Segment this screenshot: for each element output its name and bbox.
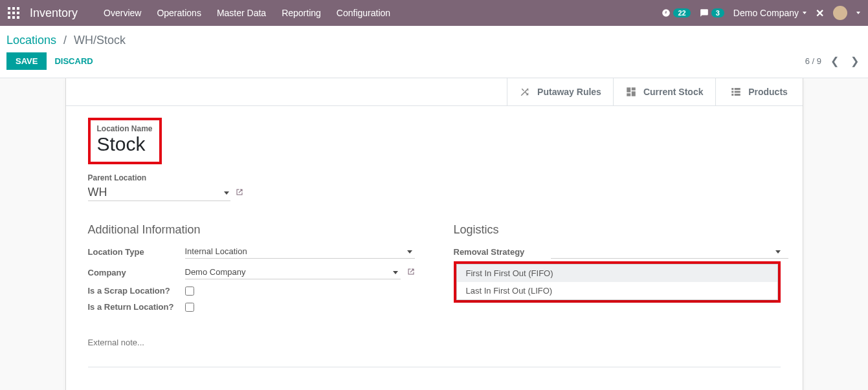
breadcrumb-current: WH/Stock — [74, 34, 126, 47]
svg-rect-2 — [17, 7, 19, 10]
removal-label: Removal Strategy — [454, 247, 551, 257]
navbar-right: 22 3 Demo Company ✕ — [662, 6, 860, 20]
stat-putaway-label: Putaway Rules — [537, 87, 601, 97]
return-label: Is a Return Location? — [88, 302, 185, 312]
discard-button[interactable]: DISCARD — [54, 56, 93, 66]
app-brand[interactable]: Inventory — [30, 6, 78, 20]
breadcrumb-row: Locations / WH/Stock — [0, 26, 868, 47]
removal-dropdown-highlight: First In First Out (FIFO) Last In First … — [454, 261, 781, 303]
caret-down-icon[interactable] — [224, 191, 229, 195]
external-note-row — [88, 338, 781, 367]
parent-location-row: Parent Location — [88, 173, 781, 201]
dropdown-item-fifo[interactable]: First In First Out (FIFO) — [457, 265, 777, 282]
row-scrap: Is a Scrap Location? — [88, 286, 415, 296]
svg-rect-10 — [735, 88, 740, 90]
svg-rect-7 — [12, 16, 15, 19]
close-icon[interactable]: ✕ — [816, 7, 824, 19]
messages-count: 3 — [711, 8, 724, 17]
user-avatar[interactable] — [833, 6, 847, 20]
caret-down-icon[interactable] — [775, 250, 781, 254]
menu-reporting[interactable]: Reporting — [282, 8, 321, 18]
return-checkbox[interactable] — [185, 303, 194, 312]
location-name-value[interactable]: Stock — [97, 133, 153, 155]
external-note-input[interactable] — [88, 338, 781, 347]
svg-rect-8 — [17, 16, 19, 19]
svg-rect-3 — [8, 12, 10, 14]
removal-strategy-input[interactable] — [551, 244, 788, 259]
menu-configuration[interactable]: Configuration — [337, 8, 390, 18]
row-removal-strategy: Removal Strategy — [454, 244, 781, 259]
company-switcher[interactable]: Demo Company — [733, 8, 807, 18]
svg-rect-13 — [731, 94, 733, 96]
caret-down-icon — [803, 12, 807, 14]
menu-master-data[interactable]: Master Data — [217, 8, 266, 18]
stat-current-stock[interactable]: Current Stock — [613, 78, 715, 105]
col-additional: Additional Information Location Type Com… — [88, 223, 415, 318]
row-return: Is a Return Location? — [88, 302, 415, 312]
caret-down-icon[interactable] — [393, 271, 398, 274]
location-name-label: Location Name — [97, 124, 153, 133]
form-body: Location Name Stock Parent Location Addi — [66, 106, 803, 379]
stat-stock-label: Current Stock — [643, 87, 704, 97]
row-company: Company — [88, 265, 415, 279]
activities-count: 22 — [673, 8, 690, 17]
stat-putaway-rules[interactable]: Putaway Rules — [507, 78, 613, 105]
section-logistics-title: Logistics — [454, 223, 781, 237]
scrap-label: Is a Scrap Location? — [88, 286, 185, 296]
location-type-select[interactable] — [185, 244, 415, 259]
menu-overview[interactable]: Overview — [104, 8, 141, 18]
pager: 6 / 9 ❮ ❯ — [805, 55, 862, 67]
svg-rect-9 — [731, 88, 733, 90]
svg-rect-14 — [735, 94, 740, 96]
stat-products[interactable]: Products — [715, 78, 803, 105]
apps-icon[interactable] — [8, 7, 19, 19]
shuffle-icon — [519, 86, 531, 98]
main-navbar: Inventory Overview Operations Master Dat… — [0, 0, 868, 26]
scrap-checkbox[interactable] — [185, 287, 194, 296]
main-menu: Overview Operations Master Data Reportin… — [104, 8, 390, 18]
parent-location-input[interactable] — [88, 184, 230, 201]
pager-next[interactable]: ❯ — [848, 55, 862, 67]
external-link-icon[interactable] — [236, 188, 243, 198]
boxes-icon — [625, 86, 637, 98]
location-type-label: Location Type — [88, 247, 185, 257]
action-row: SAVE DISCARD 6 / 9 ❮ ❯ — [0, 47, 868, 78]
svg-rect-4 — [12, 12, 15, 14]
activities-button[interactable]: 22 — [662, 8, 690, 17]
company-label: Company — [88, 268, 185, 277]
stat-products-label: Products — [748, 87, 788, 97]
list-icon — [730, 86, 742, 98]
pager-text: 6 / 9 — [805, 56, 821, 66]
pager-prev[interactable]: ❮ — [828, 55, 841, 67]
menu-operations[interactable]: Operations — [157, 8, 201, 18]
location-name-highlight: Location Name Stock — [88, 118, 162, 164]
removal-dropdown: First In First Out (FIFO) Last In First … — [456, 264, 778, 300]
svg-rect-12 — [735, 91, 740, 93]
svg-rect-6 — [8, 16, 10, 19]
parent-location-label: Parent Location — [88, 173, 781, 182]
svg-rect-11 — [731, 91, 733, 93]
col-logistics: Logistics Removal Strategy First In Firs… — [454, 223, 781, 318]
messages-button[interactable]: 3 — [700, 8, 724, 17]
svg-rect-5 — [17, 12, 19, 14]
breadcrumb: Locations / WH/Stock — [6, 34, 862, 47]
external-link-icon[interactable] — [407, 268, 415, 277]
form-sheet: Putaway Rules Current Stock Products Loc… — [65, 78, 803, 390]
save-button[interactable]: SAVE — [6, 52, 47, 70]
button-box: Putaway Rules Current Stock Products — [66, 78, 803, 106]
company-name: Demo Company — [733, 8, 799, 18]
breadcrumb-parent[interactable]: Locations — [6, 34, 56, 47]
dropdown-item-lifo[interactable]: Last In First Out (LIFO) — [457, 282, 777, 299]
section-additional-title: Additional Information — [88, 223, 415, 237]
user-caret-icon — [856, 12, 860, 14]
svg-rect-1 — [12, 7, 15, 10]
row-location-type: Location Type — [88, 244, 415, 259]
caret-down-icon[interactable] — [407, 250, 412, 254]
breadcrumb-separator: / — [63, 34, 67, 47]
svg-rect-0 — [8, 7, 10, 10]
company-select[interactable] — [185, 265, 401, 279]
